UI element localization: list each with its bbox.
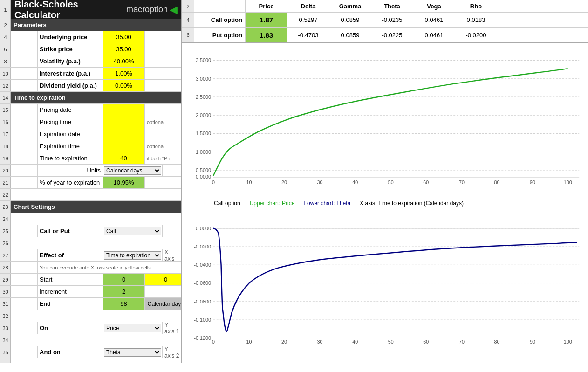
time-to-exp-number[interactable]: 40 bbox=[103, 152, 145, 164]
start-value2[interactable]: 0 bbox=[145, 274, 182, 285]
start-value1[interactable]: 0 bbox=[103, 274, 145, 285]
svg-text:1.0000: 1.0000 bbox=[196, 149, 211, 155]
col-a-29 bbox=[11, 274, 38, 285]
svg-text:10: 10 bbox=[246, 339, 252, 344]
time-to-exp-note: if both "Pri bbox=[145, 152, 181, 164]
on-label: On bbox=[38, 322, 103, 334]
svg-text:2.5000: 2.5000 bbox=[196, 94, 211, 100]
col-a-33 bbox=[11, 322, 38, 334]
on-select[interactable]: Price Delta Gamma Theta Vega bbox=[104, 324, 161, 332]
volatility-value[interactable]: 40.00% bbox=[103, 55, 145, 67]
underlying-price-value[interactable]: 35.00 bbox=[103, 31, 145, 43]
svg-text:90: 90 bbox=[530, 179, 535, 185]
results-header: 2 Price Delta Gamma Theta Vega Rho bbox=[182, 0, 588, 13]
call-price: 1.87 bbox=[246, 13, 287, 27]
col-d-12 bbox=[145, 80, 181, 91]
rho-header: Rho bbox=[455, 0, 497, 12]
col-d-15 bbox=[145, 104, 181, 116]
call-label: Call option bbox=[194, 13, 246, 27]
col-a-10 bbox=[11, 68, 38, 79]
call-or-put-select[interactable]: Call Put bbox=[104, 227, 161, 235]
col-d-10 bbox=[145, 68, 181, 79]
time-to-exp-section-cell: Time to expiration bbox=[11, 92, 181, 103]
volatility-label: Volatility (p.a.) bbox=[38, 55, 103, 67]
empty-row-26: 26 bbox=[0, 237, 181, 249]
expiration-time-value[interactable] bbox=[103, 140, 145, 152]
and-on-select[interactable]: Theta Delta Gamma Vega bbox=[104, 348, 161, 357]
row-num-6: 6 bbox=[0, 43, 11, 55]
lower-chart: 0.0000 -0.0200 -0.0400 -0.0600 -0.0800 -… bbox=[186, 207, 584, 361]
price-header: Price bbox=[246, 0, 287, 12]
row-num-1: 1 bbox=[0, 0, 11, 19]
interest-rate-value[interactable]: 1.00% bbox=[103, 68, 145, 79]
call-delta: 0.5297 bbox=[287, 13, 329, 27]
svg-text:1.5000: 1.5000 bbox=[196, 131, 211, 136]
svg-text:70: 70 bbox=[459, 179, 465, 185]
pct-year-row: 21 % of year to expiration 10.95% bbox=[0, 177, 181, 189]
on-row: 33 On Price Delta Gamma Theta Vega Y axi… bbox=[0, 322, 181, 334]
empty-row-34: 34 bbox=[0, 334, 181, 346]
col-a-17 bbox=[11, 128, 38, 140]
row-num-22: 22 bbox=[0, 189, 11, 200]
time-to-exp-value-row: 19 Time to expiration 40 if both "Pri bbox=[0, 152, 181, 165]
put-results-row: 6 Put option 1.83 -0.4703 0.0859 -0.0225… bbox=[182, 28, 588, 42]
col-d-30 bbox=[145, 286, 181, 297]
row-num-16: 16 bbox=[0, 116, 11, 128]
row-num-4: 4 bbox=[0, 31, 11, 43]
time-to-exp-value-label: Time to expiration bbox=[38, 152, 103, 164]
effect-of-select[interactable]: Time to expiration Underlying price Vola… bbox=[104, 251, 161, 260]
x-axis-chart-label: X axis: Time to expiration (Calendar day… bbox=[360, 200, 464, 207]
units-select[interactable]: Calendar days Trading days Years bbox=[104, 166, 161, 175]
effect-of-dropdown[interactable]: Time to expiration Underlying price Vola… bbox=[103, 249, 163, 261]
expiration-date-label: Expiration date bbox=[38, 128, 103, 140]
pricing-time-value[interactable] bbox=[103, 116, 145, 128]
rt-spacer3 bbox=[497, 28, 588, 42]
units-label: Units bbox=[38, 165, 103, 176]
svg-text:-0.0600: -0.0600 bbox=[194, 280, 211, 286]
col-a-19 bbox=[11, 152, 38, 164]
underlying-price-label: Underlying price bbox=[38, 31, 103, 43]
expiration-date-row: 17 Expiration date bbox=[0, 128, 181, 140]
time-to-exp-section-row: 14 Time to expiration bbox=[0, 92, 181, 104]
effect-of-label: Effect of bbox=[38, 249, 103, 261]
col-a-35 bbox=[11, 346, 38, 358]
dividend-yield-value[interactable]: 0.00% bbox=[103, 80, 145, 91]
row-num-24: 24 bbox=[0, 213, 11, 225]
strike-price-value[interactable]: 35.00 bbox=[103, 43, 145, 55]
spreadsheet: 1 Black-Scholes Calculator macroption ◀ … bbox=[0, 0, 588, 372]
on-dropdown[interactable]: Price Delta Gamma Theta Vega bbox=[103, 322, 163, 334]
charts-container: 3.5000 3.0000 2.5000 2.0000 1.5000 1.000… bbox=[182, 43, 588, 363]
units-dropdown-cell[interactable]: Calendar days Trading days Years bbox=[103, 165, 163, 176]
expiration-time-row: 18 Expiration time optional bbox=[0, 140, 181, 152]
svg-text:20: 20 bbox=[281, 179, 287, 185]
svg-text:50: 50 bbox=[388, 179, 394, 185]
col-a-30 bbox=[11, 286, 38, 297]
put-theta: -0.0225 bbox=[371, 28, 413, 42]
call-option-chart-label: Call option bbox=[214, 200, 240, 207]
end-row: 31 End 98 Calendar days bbox=[0, 298, 181, 310]
put-price: 1.83 bbox=[246, 28, 287, 42]
svg-text:30: 30 bbox=[317, 179, 323, 185]
left-panel: 1 Black-Scholes Calculator macroption ◀ … bbox=[0, 0, 182, 363]
dividend-yield-label: Dividend yield (p.a.) bbox=[38, 80, 103, 91]
theta-header: Theta bbox=[371, 0, 413, 12]
row-num-30: 30 bbox=[0, 286, 11, 297]
call-or-put-dropdown[interactable]: Call Put bbox=[103, 225, 163, 237]
col-a-20 bbox=[11, 165, 38, 176]
col-a-25 bbox=[11, 225, 38, 237]
col-d-8 bbox=[145, 55, 181, 67]
row-num-15: 15 bbox=[0, 104, 11, 116]
call-rho: 0.0183 bbox=[455, 13, 497, 27]
and-on-dropdown[interactable]: Theta Delta Gamma Vega bbox=[103, 346, 163, 358]
upper-chart: 3.5000 3.0000 2.5000 2.0000 1.5000 1.000… bbox=[186, 45, 584, 199]
empty-row-36: 36 bbox=[0, 358, 181, 363]
col-a-27 bbox=[11, 249, 38, 261]
expiration-date-value[interactable] bbox=[103, 128, 145, 140]
row-num-17: 17 bbox=[0, 128, 11, 140]
pricing-date-value[interactable] bbox=[103, 104, 145, 116]
gamma-header: Gamma bbox=[329, 0, 371, 12]
right-panel: 2 Price Delta Gamma Theta Vega Rho 4 Cal… bbox=[182, 0, 588, 363]
end-value: 98 bbox=[103, 298, 145, 310]
y-axis2-label: Y axis 2 bbox=[163, 346, 181, 358]
row-num-19: 19 bbox=[0, 152, 11, 164]
